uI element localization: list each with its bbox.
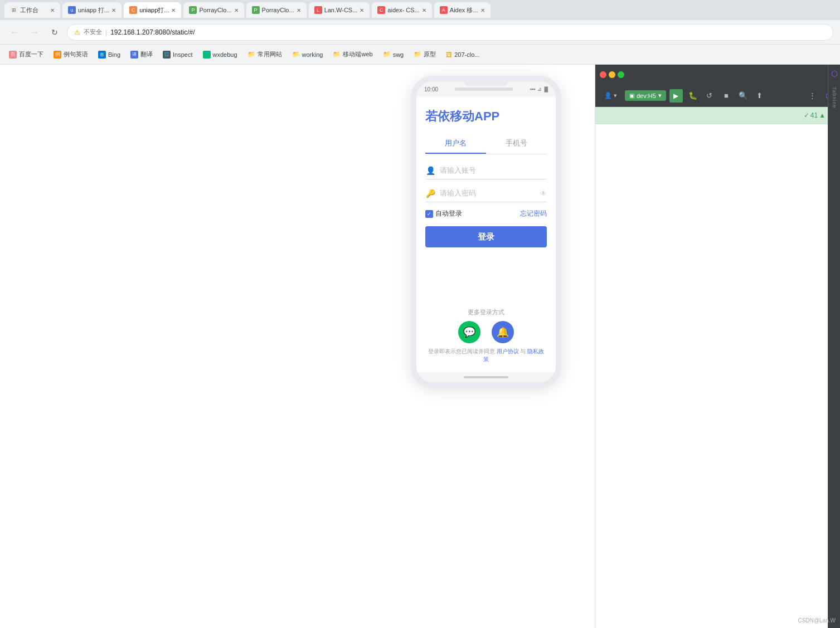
bookmark-lijuying[interactable]: 例 例句英语 (49, 47, 93, 62)
search-ide-icon: 🔍 (739, 91, 747, 100)
phone-notch-bar (455, 87, 513, 91)
tabnine-sidebar: ⬡ Tabnine (828, 65, 840, 628)
reload-button[interactable]: ↻ (47, 25, 62, 40)
debug-button[interactable]: 🐛 (686, 89, 700, 103)
bookmark-wxdebug[interactable]: 🌐 wxdebug (198, 47, 242, 62)
phone-time: 10:00 (424, 86, 438, 93)
tab-label-uniapp2: uniapp打... (139, 6, 169, 14)
tab-lanw[interactable]: L Lan.W-CS... ✕ (309, 2, 370, 18)
forgot-password-link[interactable]: 忘记密码 (520, 209, 547, 218)
inspect-favicon: 🌐 (163, 51, 171, 59)
tab-close-uniapp2[interactable]: ✕ (171, 7, 176, 13)
bookmark-yuanxing[interactable]: 📁 原型 (409, 47, 440, 62)
tab-close-aidex2[interactable]: ✕ (480, 7, 485, 13)
page-content: 10:00 ▪▪▪ ⊿ ▓ 若依移动APP 用户名 手机号 (0, 65, 595, 628)
tab-close-aidex1[interactable]: ✕ (422, 7, 426, 13)
account-button[interactable]: 👤 ▾ (600, 91, 621, 100)
tab-close-porray1[interactable]: ✕ (234, 7, 239, 13)
phone-notch (464, 81, 508, 86)
bookmark-baidu[interactable]: 百 百度一下 (4, 47, 48, 62)
login-btn-label: 登录 (478, 232, 494, 242)
username-placeholder: 请输入账号 (440, 165, 547, 176)
notification-banner: ✓ 41 ▲ ▼ (595, 107, 840, 124)
notification-login-icon[interactable]: 🔔 (492, 321, 514, 343)
update-button[interactable]: ⬆ (753, 89, 766, 103)
address-bar-row: ← → ↻ ⚠ 不安全 | 192.168.1.207:8080/static/… (0, 20, 840, 45)
run-button[interactable]: ▶ (669, 89, 683, 103)
wxdebug-favicon: 🌐 (203, 51, 211, 59)
login-tabs: 用户名 手机号 (425, 134, 547, 154)
stop-icon: ■ (724, 91, 729, 100)
remember-left[interactable]: ✓ 自动登录 (425, 209, 462, 218)
back-button[interactable]: ← (7, 25, 22, 40)
tab-label-aidex2: Aidex 移... (450, 6, 478, 14)
tab-close-uniapp1[interactable]: ✕ (111, 7, 116, 13)
tabnine-sidebar-label: Tabnine (832, 87, 837, 109)
bookmark-bing[interactable]: B Bing (94, 47, 125, 62)
tab-label-workbench: 工作台 (20, 6, 38, 14)
password-field[interactable]: 🔑 请输入密码 👁 (425, 185, 547, 202)
folder-icon-swg: 📁 (383, 51, 391, 58)
tab-username[interactable]: 用户名 (425, 134, 486, 154)
bookmark-fanyi-label: 翻译 (140, 50, 153, 59)
agreement-with: 与 (519, 348, 528, 354)
user-agreement-link[interactable]: 用户协议 (497, 348, 519, 354)
user-icon: 👤 (425, 166, 435, 175)
tab-uniapp2[interactable]: C uniapp打... ✕ (124, 2, 181, 18)
minimize-window-button[interactable] (609, 71, 615, 78)
chevron-up-icon[interactable]: ▲ (819, 111, 826, 119)
close-window-button[interactable] (600, 71, 606, 78)
bookmark-swg-label: swg (393, 51, 404, 58)
bookmark-swg[interactable]: 📁 swg (378, 47, 409, 62)
bookmark-mobile-web[interactable]: 📁 移动端web (328, 47, 377, 62)
branch-label: dev:H5 (637, 93, 656, 99)
phone-bottom-bar (416, 372, 556, 382)
notification-count: 41 (810, 111, 818, 119)
tab-close-workbench[interactable]: ✕ (50, 7, 55, 13)
branch-dropdown[interactable]: ▣ dev:H5 ▾ (625, 90, 666, 101)
phone-app-content: 若依移动APP 用户名 手机号 👤 请输入账号 🔑 请输入密码 (416, 97, 556, 372)
tab-porray2[interactable]: P PorrayClo... ✕ (246, 2, 307, 18)
search-ide-button[interactable]: 🔍 (736, 89, 750, 103)
stop-button[interactable]: ■ (720, 89, 733, 103)
tab-label-porray2: PorrayClo... (262, 7, 294, 13)
bookmark-changyong[interactable]: 📁 常用网站 (243, 47, 287, 62)
bing-favicon: B (98, 51, 106, 59)
bookmark-fanyi[interactable]: 译 翻译 (126, 47, 157, 62)
reload-ide-button[interactable]: ↺ (703, 89, 716, 103)
insecure-label: 不安全 (84, 28, 102, 36)
more-options-button[interactable]: ⋮ (805, 89, 819, 103)
bookmark-inspect[interactable]: 🌐 Inspect (158, 47, 197, 62)
tab-aidex2[interactable]: A Aidex 移... ✕ (434, 2, 491, 18)
tab-favicon-uniapp2: C (129, 6, 137, 14)
eye-icon[interactable]: 👁 (540, 189, 547, 197)
tab-label-porray1: PorrayClo... (199, 7, 231, 13)
username-field[interactable]: 👤 请输入账号 (425, 162, 547, 179)
tab-workbench[interactable]: ⊞ 工作台 ✕ (4, 2, 60, 18)
bookmark-yuanxing-label: 原型 (424, 50, 436, 59)
account-icon: 👤 (604, 92, 612, 99)
forward-button[interactable]: → (27, 25, 42, 40)
tab-porray1[interactable]: P PorrayClo... ✕ (183, 2, 244, 18)
autologin-checkbox[interactable]: ✓ (425, 210, 433, 218)
tab-close-porray2[interactable]: ✕ (297, 7, 301, 13)
wifi-icon: ⊿ (537, 86, 542, 92)
tab-label-lanw: Lan.W-CS... (324, 7, 358, 13)
battery-icon: ▓ (544, 86, 548, 92)
address-bar[interactable]: ⚠ 不安全 | 192.168.1.207:8080/static/#/ (67, 24, 833, 41)
login-button[interactable]: 登录 (425, 226, 547, 247)
bookmark-wxdebug-label: wxdebug (213, 51, 237, 58)
watermark: CSDN@Lan.W (798, 617, 836, 624)
tab-phone[interactable]: 手机号 (486, 134, 547, 154)
bookmark-207clo[interactable]: 🖼 207-clo... (441, 47, 484, 62)
folder-icon-yuanxing: 📁 (414, 51, 421, 58)
wechat-login-icon[interactable]: 💬 (458, 321, 480, 343)
agreement-text: 登录即表示您已阅读并同意 用户协议 与 隐私政策 (425, 348, 547, 363)
bookmark-bing-label: Bing (108, 51, 120, 58)
bookmark-working[interactable]: 📁 working (288, 47, 328, 62)
maximize-window-button[interactable] (618, 71, 624, 78)
tab-aidex1[interactable]: C aidex- CS... ✕ (372, 2, 431, 18)
tab-close-lanw[interactable]: ✕ (360, 7, 364, 13)
tab-uniapp1[interactable]: u uniapp 打... ✕ (62, 2, 122, 18)
account-dropdown-icon: ▾ (614, 92, 617, 99)
